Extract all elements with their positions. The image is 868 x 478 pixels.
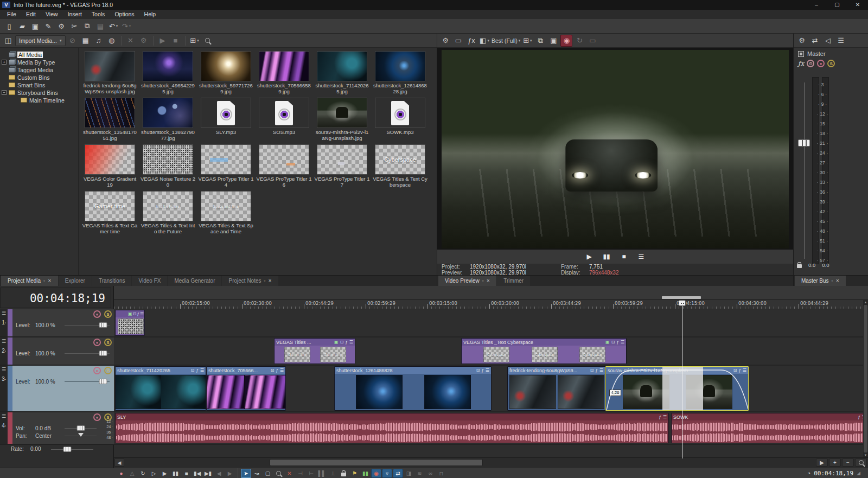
resize-grip-icon[interactable]: ◢ — [857, 470, 860, 476]
media-item[interactable]: VEGAS ProType Titler 16 — [255, 144, 313, 191]
close-button[interactable]: ✕ — [847, 0, 868, 10]
bin-tagged-media[interactable]: Tagged Media — [0, 66, 78, 73]
timeline-clip[interactable]: shutterstock_1261486828⊡ƒ☰ — [334, 366, 492, 411]
play-from-start-icon[interactable]: ▷ — [149, 469, 159, 478]
generated-media-icon[interactable]: ▣ — [605, 339, 610, 346]
record-icon[interactable]: ● — [116, 469, 126, 478]
track-header-4[interactable]: ☰4●SVol:0.0 dBPan:Center12243648 — [0, 412, 114, 445]
track-mute-icon[interactable]: ● — [93, 413, 101, 421]
event-menu-icon[interactable]: ☰ — [140, 311, 144, 317]
loop-preview-icon[interactable]: ↻ — [573, 35, 585, 47]
track-menu-icon[interactable]: ☰ — [2, 310, 6, 316]
timeline-clip[interactable]: SOWKƒ☰ — [671, 413, 868, 443]
bin-storyboard-bins[interactable]: −Storyboard Bins — [0, 89, 78, 96]
timeline-clip[interactable]: shutterstock_711420265⊡ƒ☰ — [115, 366, 206, 411]
event-fx-icon[interactable]: ƒ — [858, 414, 860, 420]
undo-icon[interactable]: ↶▾ — [107, 20, 119, 32]
normalize-icon[interactable]: ⊓ — [436, 469, 446, 478]
track-mute-icon[interactable]: ● — [93, 339, 101, 346]
slider-handle[interactable] — [78, 433, 84, 437]
trim-end-icon[interactable]: ⊢ — [306, 469, 316, 478]
event-menu-icon[interactable]: ☰ — [743, 367, 746, 374]
event-fx-icon[interactable]: ƒ — [345, 339, 347, 346]
loop-playback-icon[interactable]: ↻ — [138, 469, 148, 478]
tab-trimmer[interactable]: Trimmer — [497, 276, 530, 286]
menu-edit[interactable]: Edit — [21, 10, 41, 19]
media-item[interactable]: VEGAS Noise Texture 20 — [139, 144, 197, 191]
event-fx-icon[interactable]: ƒ — [738, 367, 741, 374]
media-item[interactable]: Into the FutureVEGAS Titles & Text Into … — [139, 191, 197, 238]
event-menu-icon[interactable]: ☰ — [663, 414, 667, 420]
timeline-clip[interactable]: shutterstock_705666...⊡ƒ☰ — [206, 366, 286, 411]
tab-video-preview[interactable]: Video Preview▫✕ — [438, 276, 496, 286]
track-slider[interactable] — [65, 350, 110, 356]
track-mute-icon[interactable]: ● — [93, 367, 101, 374]
trim-start-icon[interactable]: ⊣ — [295, 469, 305, 478]
event-menu-icon[interactable]: ☰ — [200, 367, 204, 374]
track-solo-icon[interactable]: S — [104, 339, 112, 346]
play-icon[interactable]: ▶ — [583, 251, 595, 263]
track-slider[interactable] — [65, 379, 110, 384]
scroll-down-icon[interactable]: ▼ — [864, 454, 867, 457]
insert-region-icon[interactable]: ▮▮ — [360, 469, 371, 478]
play-icon[interactable]: ▶ — [159, 469, 170, 478]
pan-crop-icon[interactable]: ⊡ — [733, 367, 737, 374]
media-item[interactable]: shutterstock_1261486828.jpg — [371, 51, 429, 98]
event-fx-icon[interactable]: ƒ — [595, 367, 597, 374]
minimize-button[interactable]: – — [806, 0, 827, 10]
open-project-icon[interactable]: ▰ — [16, 20, 28, 32]
save-project-icon[interactable]: ▣ — [29, 20, 41, 32]
media-properties-icon[interactable]: ⚙ — [138, 35, 150, 47]
event-menu-icon[interactable]: ☰ — [621, 339, 624, 346]
media-item[interactable]: SOS.mp3 — [255, 98, 313, 144]
media-item[interactable]: sourav-mishra-P6i2v-l1aNg-unsplash.jpg — [313, 98, 371, 144]
track-slider[interactable] — [65, 322, 110, 328]
tab-explorer[interactable]: Explorer — [59, 276, 92, 286]
media-search-icon[interactable] — [202, 35, 214, 47]
split-event-icon[interactable]: ▌▌ — [317, 469, 327, 478]
event-menu-icon[interactable]: ☰ — [280, 367, 284, 374]
media-item[interactable]: VEGAS ProType Titler 17 — [313, 144, 371, 191]
track-solo-icon[interactable]: S — [104, 310, 112, 318]
event-fx-icon[interactable]: ƒ — [137, 311, 139, 317]
float-window-icon[interactable]: ▫ — [43, 278, 45, 283]
bus-solo-icon[interactable]: S — [827, 60, 835, 67]
bus-mute-icon[interactable]: ● — [817, 60, 825, 67]
slider-handle[interactable] — [99, 322, 107, 328]
track-slider[interactable] — [65, 425, 97, 431]
media-item[interactable]: SLY.mp3 — [197, 98, 255, 144]
track-header-2[interactable]: ☰2●SLevel:100.0 % — [0, 337, 114, 366]
next-frame-icon[interactable]: ▶ — [225, 469, 235, 478]
float-window-icon[interactable]: ▫ — [264, 278, 266, 283]
preview-settings-icon[interactable]: ⚙ — [439, 35, 451, 47]
timeline-clip[interactable]: VEGAS Titles ...▣⊡ƒ☰Gamer timeGamer time — [274, 338, 355, 364]
pan-crop-icon[interactable]: ⊡ — [133, 311, 137, 317]
timeline-clip[interactable]: fredrick-tendong-6ou8gWpS9...⊡ƒ☰ — [507, 366, 605, 411]
get-media-web-icon[interactable]: ◍ — [106, 35, 118, 47]
track-solo-icon[interactable]: S — [104, 367, 112, 374]
track-lane-1[interactable] — [114, 309, 868, 337]
bus-automation-icon[interactable]: ⚙ — [807, 60, 814, 67]
toggle-record-icon[interactable]: ◉ — [560, 35, 572, 47]
remove-all-icon[interactable]: ⊘ — [67, 35, 79, 47]
timecode-display[interactable]: 00:04:18;19 — [0, 288, 111, 308]
track-slider[interactable] — [65, 433, 97, 438]
menu-options[interactable]: Options — [110, 10, 139, 19]
maximize-button[interactable]: ▢ — [827, 0, 847, 10]
extract-audio-icon[interactable]: ♫ — [93, 35, 105, 47]
scroll-right-icon[interactable]: ▶ — [816, 458, 828, 467]
rate-slider[interactable] — [51, 447, 93, 452]
tab-project-notes[interactable]: Project Notes▫✕ — [222, 276, 278, 286]
bus-settings-icon[interactable]: ⚙ — [796, 35, 808, 47]
close-icon[interactable]: ✕ — [268, 278, 272, 283]
media-item[interactable]: CyberspaceVEGAS Titles & Text Cyberspace — [371, 144, 429, 191]
bin-smart-bins[interactable]: Smart Bins — [0, 81, 78, 88]
close-icon[interactable]: ✕ — [487, 278, 490, 283]
hscroll-thumb[interactable] — [270, 459, 483, 466]
event-fx-icon[interactable]: ƒ — [659, 414, 661, 420]
zoom-tool-icon[interactable] — [273, 469, 284, 478]
bin-custom-bins[interactable]: Custom Bins — [0, 74, 78, 81]
playhead-marker[interactable] — [679, 300, 686, 306]
pan-crop-icon[interactable]: ⊡ — [590, 367, 594, 374]
preferences-icon[interactable]: ⚙ — [55, 20, 67, 32]
